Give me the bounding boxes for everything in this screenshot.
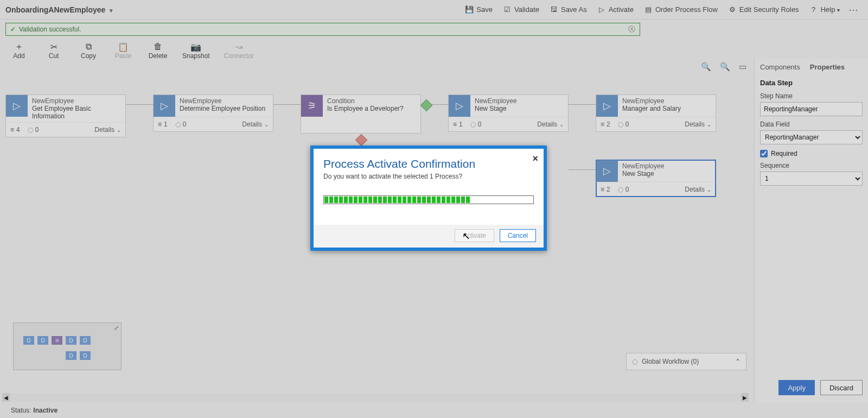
- edit-security-roles-button[interactable]: ⚙ Edit Security Roles: [723, 3, 805, 16]
- snapshot-tool[interactable]: 📷Snapshot: [182, 41, 210, 60]
- steps-count: 1: [164, 121, 168, 128]
- validation-close-icon[interactable]: ⓧ: [628, 24, 635, 34]
- node-entity: NewEmployee: [32, 97, 121, 105]
- wf-count: 0: [183, 121, 187, 128]
- connector-line: [569, 169, 596, 170]
- dialog-subtitle: Do you want to activate the selected 1 P…: [323, 173, 534, 180]
- help-label: Help ▾: [821, 5, 840, 14]
- wf-count: 0: [35, 126, 39, 134]
- chevron-down-icon: ⌄: [264, 122, 269, 128]
- save-button[interactable]: 💾 Save: [460, 3, 498, 16]
- details-toggle[interactable]: Details⌄: [685, 186, 711, 193]
- cut-tool[interactable]: ✂Cut: [43, 41, 64, 60]
- copy-icon: ⧉: [86, 41, 92, 52]
- details-label: Details: [685, 121, 705, 128]
- dialog-close-icon[interactable]: ×: [532, 153, 538, 164]
- validate-button[interactable]: ☑ Validate: [498, 3, 545, 16]
- stage-node-selected[interactable]: ▷ NewEmployee New Stage ≡2 ◌0 Details⌄: [596, 160, 716, 197]
- scroll-right-icon[interactable]: ▶: [741, 393, 749, 402]
- security-icon: ⚙: [729, 6, 736, 14]
- dialog-cancel-button[interactable]: Cancel: [500, 229, 536, 242]
- node-entity: NewEmployee: [622, 97, 711, 105]
- global-workflow-label: Global Workflow (0): [642, 358, 699, 365]
- validate-label: Validate: [514, 5, 539, 14]
- steps-icon: ≡: [158, 121, 162, 128]
- activate-button[interactable]: ▷ Activate: [592, 3, 639, 16]
- chevron-down-icon: ⌄: [117, 127, 121, 133]
- sequence-select[interactable]: 1: [760, 172, 863, 186]
- apply-button[interactable]: Apply: [778, 380, 815, 395]
- stage-icon: ▷: [596, 160, 618, 182]
- save-label: Save: [476, 5, 493, 14]
- details-toggle[interactable]: Details⌄: [242, 121, 269, 128]
- validate-icon: ☑: [503, 6, 511, 14]
- delete-tool[interactable]: 🗑Delete: [148, 41, 168, 60]
- data-field-label: Data Field: [760, 121, 863, 128]
- minimap-expand-icon[interactable]: ⤢: [114, 325, 119, 332]
- discard-button[interactable]: Discard: [820, 380, 863, 395]
- minimap[interactable]: ⤢ D D ⚞ D D D D: [13, 322, 122, 370]
- save-as-label: Save As: [561, 5, 587, 14]
- tab-components[interactable]: Components: [760, 63, 800, 71]
- stage-icon: ▷: [6, 95, 28, 117]
- tab-properties[interactable]: Properties: [810, 63, 845, 71]
- workflow-icon: ◌: [470, 121, 476, 128]
- help-button[interactable]: ? Help ▾: [805, 3, 845, 16]
- connector-line: [126, 104, 153, 105]
- stage-node[interactable]: ▷ NewEmployee Determine Employee Positio…: [153, 94, 273, 132]
- node-name: Is Employee a Developer?: [327, 105, 416, 112]
- workflow-icon: ◌: [28, 126, 33, 134]
- dialog-title: Process Activate Confirmation: [323, 157, 534, 170]
- workflow-icon: ◌: [632, 358, 637, 365]
- details-toggle[interactable]: Details⌄: [94, 126, 121, 134]
- node-name: Get Employee Basic Information: [32, 105, 121, 120]
- stage-node[interactable]: ▷ NewEmployee Get Employee Basic Informa…: [5, 94, 126, 137]
- connector-line: [569, 104, 596, 105]
- scroll-left-icon[interactable]: ◀: [2, 393, 10, 402]
- required-label: Required: [771, 150, 797, 157]
- wf-count: 0: [626, 186, 629, 193]
- details-toggle[interactable]: Details⌄: [537, 121, 564, 128]
- workflow-icon: ◌: [175, 121, 181, 128]
- paste-icon: 📋: [118, 41, 129, 52]
- steps-count: 1: [459, 121, 463, 128]
- steps-count: 4: [16, 126, 20, 134]
- status-label: Status:: [11, 407, 31, 414]
- order-process-flow-button[interactable]: ▤ Order Process Flow: [639, 3, 723, 16]
- fit-screen-icon[interactable]: ▭: [739, 62, 746, 72]
- data-field-select[interactable]: ReportingManager: [760, 130, 863, 144]
- condition-node[interactable]: ⚞ Condition Is Employee a Developer?: [301, 94, 421, 134]
- global-workflow-panel[interactable]: ◌ Global Workflow (0) ⌃: [626, 353, 746, 370]
- delete-icon: 🗑: [154, 41, 162, 52]
- stage-icon: ▷: [154, 95, 175, 117]
- node-entity: NewEmployee: [622, 162, 711, 170]
- stage-icon: ▷: [449, 95, 470, 117]
- stage-node[interactable]: ▷ NewEmployee New Stage ≡1 ◌0 Details⌄: [448, 94, 569, 132]
- process-title[interactable]: OnboardingANewEmployee ▾: [5, 5, 113, 14]
- validation-bar: ✓ Validation successful. ⓧ: [5, 23, 640, 36]
- zoom-in-icon[interactable]: 🔍: [720, 62, 730, 72]
- add-tool[interactable]: ＋Add: [9, 41, 29, 60]
- details-toggle[interactable]: Details⌄: [685, 121, 711, 128]
- horizontal-scrollbar[interactable]: ◀ ▶: [2, 393, 749, 402]
- required-checkbox[interactable]: [760, 150, 768, 157]
- node-entity: Condition: [327, 97, 416, 105]
- condition-icon: ⚞: [301, 95, 323, 117]
- save-as-icon: 🖫: [550, 6, 558, 14]
- security-label: Edit Security Roles: [739, 5, 799, 14]
- connector-line: [273, 104, 301, 105]
- details-label: Details: [94, 126, 114, 134]
- stage-node[interactable]: ▷ NewEmployee Manager and Salary ≡2 ◌0 D…: [596, 94, 716, 132]
- process-title-text: OnboardingANewEmployee: [5, 5, 105, 14]
- condition-true-icon: [420, 99, 433, 112]
- copy-tool[interactable]: ⧉Copy: [78, 41, 99, 60]
- chevron-down-icon: ⌄: [707, 122, 711, 128]
- more-menu[interactable]: ⋯: [845, 4, 863, 16]
- dialog-activate-button: Activate: [455, 229, 494, 242]
- step-name-input[interactable]: [760, 102, 863, 116]
- zoom-controls: 🔍 🔍 ▭: [701, 62, 746, 72]
- zoom-out-icon[interactable]: 🔍: [701, 62, 711, 72]
- workflow-icon: ◌: [618, 186, 623, 193]
- save-as-button[interactable]: 🖫 Save As: [545, 3, 592, 16]
- order-label: Order Process Flow: [655, 5, 718, 14]
